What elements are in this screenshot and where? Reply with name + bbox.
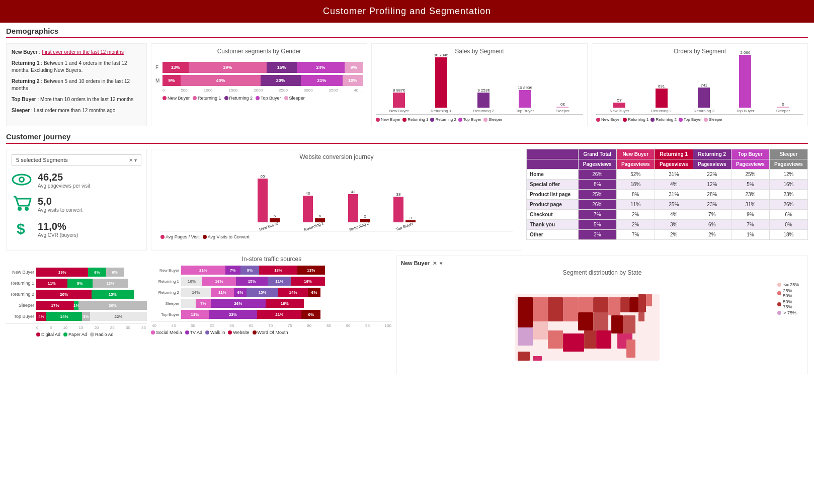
- table-cell-sleeper: 0%: [769, 220, 807, 230]
- svg-rect-20: [548, 297, 563, 321]
- table-cell-top: 9%: [731, 210, 769, 220]
- table-row-label: Product page: [527, 200, 579, 210]
- orders-bar-new: 57 New Buyer: [610, 98, 629, 113]
- legend-top-buyer-dot: Top Buyer: [256, 96, 281, 101]
- table-cell-top: 5%: [731, 180, 769, 190]
- svg-rect-31: [548, 330, 563, 349]
- map-dropdown-arrow[interactable]: ▾: [440, 261, 442, 266]
- table-cell-grand: 8%: [578, 180, 616, 190]
- svg-rect-18: [593, 312, 608, 330]
- table-cell-r1: 4%: [655, 180, 693, 190]
- table-cell-r2: 6%: [693, 220, 731, 230]
- gender-row-m: M 9% 40% 20% 21% 10%: [155, 75, 363, 86]
- gender-chart: F 13% 39% 15% 24% 9% M 9% 40% 20%: [155, 58, 363, 103]
- th-page: [527, 149, 579, 159]
- conv-group-new: 65 6 New Buyer: [254, 174, 284, 229]
- th-sub-sleeper: Pagesviews: [769, 159, 807, 170]
- orders-bar-r2: 741 Returning 2: [694, 83, 714, 113]
- map-segment-label: New Buyer: [401, 260, 430, 266]
- instore-row-new: New Buyer 21% 7% 9% 18% 13%: [151, 266, 392, 275]
- visits-value: 5,0: [38, 196, 83, 207]
- us-map-svg: [401, 279, 773, 370]
- table-cell-r2: 2%: [693, 230, 731, 240]
- segment-selector[interactable]: 5 selected Segments ✕ ▾: [12, 154, 141, 165]
- instore-axis: 404550556065707580859095100: [151, 323, 392, 328]
- svg-rect-17: [578, 312, 593, 330]
- sales-legend: New Buyer Returning 1 Returning 2 Top Bu…: [376, 117, 583, 122]
- table-cell-new: 7%: [616, 230, 655, 240]
- th-top: Top Buyer: [731, 149, 769, 159]
- gender-bar-m-new: 9%: [162, 75, 181, 86]
- th-sub-r2: Pagesviews: [693, 159, 731, 170]
- legend-new-buyer-dot: New Buyer: [162, 96, 190, 101]
- th-sub-page: [527, 159, 579, 170]
- table-cell-grand: 26%: [578, 200, 616, 210]
- svg-rect-22: [533, 321, 548, 340]
- orders-legend: New Buyer Returning 1 Returning 2 Top Bu…: [596, 117, 803, 122]
- legend-returning1-dot: Returning 1: [193, 96, 221, 101]
- svg-rect-9: [638, 312, 644, 321]
- gender-legend: New Buyer Returning 1 Returning 2 Top Bu…: [155, 96, 363, 101]
- svg-rect-12: [611, 315, 623, 333]
- table-row-label: Other: [527, 230, 579, 240]
- conv-group-r2: 42 5 Returning 2: [344, 190, 374, 229]
- instore-title: In-store traffic sources: [151, 256, 392, 263]
- segment-clear-btn[interactable]: ✕: [129, 157, 133, 163]
- table-cell-r2: 12%: [693, 180, 731, 190]
- table-cell-new: 52%: [616, 170, 655, 180]
- th-new-buyer: New Buyer: [616, 149, 655, 159]
- svg-rect-24: [518, 327, 533, 346]
- map-legend: <= 25% 25% - 50% 50% - 75% > 75%: [777, 281, 803, 370]
- conversion-chart-bars: 65 6 New Buyer 40: [155, 163, 518, 229]
- demographics-title: Demographics: [6, 27, 808, 35]
- legend-top-buyer: Top Buyer : More than 10 orders in the l…: [12, 96, 141, 103]
- table-cell-new: 11%: [616, 200, 655, 210]
- segment-legend-card: New Buyer : First ever order in the last…: [6, 43, 147, 126]
- svg-rect-23: [518, 297, 533, 327]
- th-grand-total: Grand Total: [578, 149, 616, 159]
- cvr-value: 11,0%: [38, 221, 78, 232]
- svg-rect-19: [563, 297, 578, 321]
- table-cell-top: 7%: [731, 220, 769, 230]
- table-cell-r2: 22%: [693, 170, 731, 180]
- gender-bar-f-sleeper: 9%: [345, 62, 363, 73]
- page-title: Customer Profiling and Segmentation: [323, 6, 491, 16]
- traffic-axis: 05101520253035: [6, 325, 147, 330]
- th-r2: Returning 2: [693, 149, 731, 159]
- svg-text:$: $: [17, 220, 25, 237]
- table-cell-sleeper: 16%: [769, 180, 807, 190]
- stat-visits: 5,0 Avg visits to convert: [12, 195, 141, 214]
- bottom-section: New Buyer 19% 6% 6% Returning 1 11% 9%: [6, 256, 808, 374]
- map-clear-btn[interactable]: ✕: [433, 261, 437, 266]
- svg-rect-7: [638, 294, 646, 312]
- svg-rect-8: [646, 294, 652, 306]
- table-cell-grand: 5%: [578, 220, 616, 230]
- sales-bar-r2: 9 253€ Returning 2: [473, 88, 494, 113]
- demographics-divider: [6, 37, 808, 38]
- journey-divider: [6, 143, 808, 144]
- svg-point-2: [20, 178, 23, 181]
- orders-chart-card: Orders by Segment 57 New Buyer 691 Retur…: [592, 43, 808, 126]
- gender-bar-f-new: 13%: [162, 62, 189, 73]
- svg-rect-25: [563, 333, 584, 352]
- legend-returning1: Returning 1 : Between 1 and 4 orders in …: [12, 60, 141, 74]
- table-cell-sleeper: 18%: [769, 230, 807, 240]
- conv-group-top: 38 3 Top Buyer: [389, 192, 420, 229]
- svg-point-3: [18, 207, 22, 211]
- table-cell-grand: 3%: [578, 230, 616, 240]
- gender-bar-m-sleeper: 10%: [343, 75, 363, 86]
- traffic-row-r1: Returning 1 11% 9% 13%: [6, 279, 147, 288]
- table-cell-sleeper: 26%: [769, 200, 807, 210]
- table-cell-r1: 31%: [655, 170, 693, 180]
- pageviews-value: 46,25: [38, 172, 90, 183]
- orders-bar-r1: 691 Returning 1: [651, 84, 672, 113]
- segment-dropdown-arrow[interactable]: ▾: [134, 157, 137, 163]
- legend-sleeper-dot: Sleeper: [284, 96, 305, 101]
- sales-bar-top: 10 890€ Top Buyer: [516, 86, 534, 113]
- segment-selector-label: 5 selected Segments: [16, 157, 68, 163]
- instore-row-sleeper: Sleeper 7% 26% 18%: [151, 299, 392, 308]
- orders-chart-area: 57 New Buyer 691 Returning 1 741 Returni…: [596, 58, 803, 113]
- sales-bar-sleeper: 0€ Sleeper: [556, 102, 570, 113]
- gender-axis: 050010001500200025003000350040...: [155, 88, 363, 93]
- instore-legend: Social Media TV Ad Walk in Website Word …: [151, 330, 392, 335]
